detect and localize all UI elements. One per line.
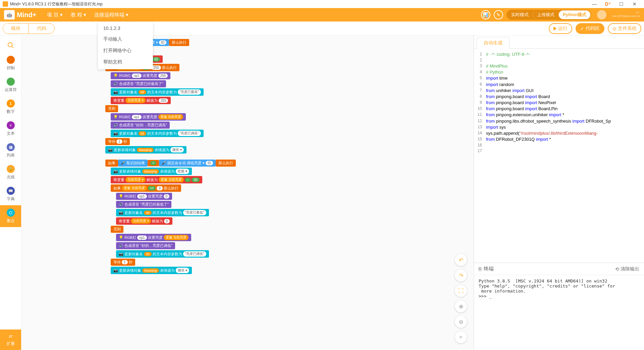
category-字典[interactable]: 📖字典 xyxy=(0,183,21,205)
logo-text: Mind+ xyxy=(17,11,36,19)
category-集合[interactable]: ⬡集合 xyxy=(0,205,21,227)
code-line: 4# Python xyxy=(474,69,644,75)
terminal-output[interactable]: Python 3.8.5 [MSC v.1924 64 bit AMD64)] … xyxy=(474,275,644,350)
menu-tutorial[interactable]: 教 程 ▾ xyxy=(67,12,90,18)
settings-icon[interactable] xyxy=(597,10,606,19)
svg-point-0 xyxy=(8,43,12,47)
dfrobot-icon[interactable]: D⁺ xyxy=(601,1,614,7)
main-menubar: 🤖 Mind+ 项 目 ▾ 教 程 ▾ 连接远程终端 ▾ 10.1.2.3 手动… xyxy=(0,8,644,21)
code-line: 7from unihiker import GUI xyxy=(474,88,644,94)
block-row[interactable]: 🔊 合成语音 "好的，亮度已调低" xyxy=(116,242,236,249)
zoom-in-button[interactable]: ⊕ xyxy=(455,300,467,312)
dropdown-manual[interactable]: 手动输入 xyxy=(98,34,153,45)
extension-button[interactable]: ⇄ 扩展 xyxy=(0,330,21,350)
block-row[interactable]: 如果🎤 取识别结果=🎤 固定命令词 调低亮度 ▾ ID那么执行 xyxy=(105,160,236,167)
code-area-button[interactable]: ✓代码区 xyxy=(576,23,604,34)
window-title: Mind+ V1.8.0 RC3.1 行空板教程—智能语音灯光.mp xyxy=(10,1,103,7)
mode-python[interactable]: Python模式 xyxy=(559,10,590,19)
terminal-icon: ⎘ xyxy=(479,266,482,272)
block-row[interactable]: 📷 更新表情对象 biaoqing 表情源为 微笑 ▾ xyxy=(105,146,236,154)
tab-row: 模块 代码 运行 ✓代码区 ◎文件系统 xyxy=(0,21,644,36)
dropdown-network[interactable]: 打开网络中心 xyxy=(98,45,153,56)
maximize-button[interactable]: ☐ xyxy=(614,1,628,7)
search-button[interactable] xyxy=(0,38,21,52)
view-tabs: 模块 代码 xyxy=(3,23,55,34)
file-system-button[interactable]: ◎文件系统 xyxy=(608,23,641,34)
block-row[interactable]: 将变量 当前亮度 ▾ 赋值为 0 xyxy=(116,217,236,225)
code-line: 13import sys xyxy=(474,124,644,130)
center-button[interactable]: = xyxy=(455,331,467,343)
block-row[interactable]: 否则 xyxy=(111,226,236,233)
logo-icon: 🤖 xyxy=(4,10,15,19)
chart-icon[interactable]: 📊 xyxy=(481,10,490,19)
crop-button[interactable]: ⛶ xyxy=(455,285,467,297)
terminal-title: ⎘ 终端 xyxy=(479,266,494,272)
block-row[interactable]: 📷 更新表情对象 biaoqing 表情源为 微笑 ▾ xyxy=(111,267,236,274)
zoom-out-button[interactable]: ⊖ xyxy=(455,316,467,328)
redo-button[interactable]: ↷ xyxy=(455,269,467,281)
category-运算符[interactable]: 运算符 xyxy=(0,74,21,96)
block-row[interactable]: 将变量 当前亮度 ▾ 赋值为 变量 当前亮度 − 50 xyxy=(111,176,236,183)
code-line: 5import time xyxy=(474,75,644,81)
dropdown-ip[interactable]: 10.1.2.3 xyxy=(98,23,153,34)
canvas-controls: ↶ ↷ ⛶ ⊕ ⊖ = xyxy=(455,254,467,343)
dfrobot-logo: D⁺mc.DFRobot.com.cn xyxy=(612,11,640,18)
blocks-container: 如果固定命令词 调高亮度 ▾ ID那么执行📷 ... 表情源为 眨眼 ▾将变量 … xyxy=(105,39,236,275)
mode-realtime[interactable]: 实时模式 xyxy=(507,10,533,19)
undo-button[interactable]: ↶ xyxy=(455,254,467,266)
code-tab-auto[interactable]: 自动生成 xyxy=(477,37,509,49)
block-row[interactable]: 💡 RGB灯 np1 设置亮度 0 xyxy=(116,193,236,200)
category-列表[interactable]: ▤列表 xyxy=(0,140,21,162)
code-line: 15from DFRobot_DF2301Q import * xyxy=(474,136,644,142)
block-row[interactable]: 将变量 当前亮度 ▾ 赋值为 255 xyxy=(111,97,236,104)
block-row[interactable]: 📷 更新表情对象 biaoqing 表情源为 眨眼 ▾ xyxy=(111,168,236,175)
block-row[interactable]: 否则 xyxy=(105,105,236,112)
block-row[interactable]: 💡 RGB灯 np1 设置亮度 255 xyxy=(111,72,236,79)
block-canvas[interactable]: 如果固定命令词 调高亮度 ▾ ID那么执行📷 ... 表情源为 眨眼 ▾将变量 … xyxy=(21,36,474,350)
right-panel: 自动生成 1# -*- coding: UTF-8 -*-23# MindPlu… xyxy=(474,36,644,350)
code-line: 8from pinpong.board import Board xyxy=(474,94,644,100)
close-button[interactable]: ✕ xyxy=(628,1,641,7)
code-line: 11from pinpong.extension.unihiker import… xyxy=(474,112,644,118)
tab-blocks[interactable]: 模块 xyxy=(3,24,29,34)
category-控制[interactable]: 控制 xyxy=(0,52,21,74)
block-row[interactable]: 等待 1 秒 xyxy=(111,259,236,266)
clear-output-button[interactable]: ⟲ 清除输出 xyxy=(615,266,639,272)
play-icon xyxy=(553,27,557,31)
category-元组[interactable]: 🔒元组 xyxy=(0,162,21,183)
block-row[interactable]: 🔊 合成语音 "好的，亮度已调高" xyxy=(111,122,236,129)
block-row[interactable]: 🔊 合成语音 "亮度已经最高了" xyxy=(111,80,236,87)
window-titlebar: Mind+ V1.8.0 RC3.1 行空板教程—智能语音灯光.mp — D⁺ … xyxy=(0,0,644,8)
code-line: 14sys.path.append("/root/mindplus/.lib/t… xyxy=(474,130,644,136)
code-line: 17 xyxy=(474,148,644,154)
category-数字[interactable]: 1数字 xyxy=(0,96,21,118)
code-editor[interactable]: 1# -*- coding: UTF-8 -*-23# MindPlus4# P… xyxy=(474,49,644,263)
block-row[interactable]: 🔊 合成语音 "亮度已经最低了" xyxy=(116,201,236,208)
block-row[interactable]: 等待 1 秒 xyxy=(105,138,236,145)
block-row[interactable]: 如果 变量 当前亮度 <= 0 那么执行 xyxy=(111,184,236,192)
code-line: 3# MindPlus xyxy=(474,63,644,69)
main-content: 控制运算符1数字≡文本▤列表🔒元组📖字典⬡集合 ⇄ 扩展 如果固定命令词 调高亮… xyxy=(0,36,644,350)
code-line: 2 xyxy=(474,57,644,63)
dropdown-help[interactable]: 帮助文档 xyxy=(98,56,153,68)
block-row[interactable]: 📷 更新对象名 txt 的文本内容参数为 "亮度已调高" xyxy=(111,130,236,137)
block-row[interactable]: 📷 更新对象名 txt 的文本内容参数为 "亮度已调低" xyxy=(116,250,236,258)
remote-dropdown: 10.1.2.3 手动输入 打开网络中心 帮助文档 xyxy=(98,21,153,69)
block-row[interactable]: 📷 更新对象名 txt 的文本内容参数为 "亮度已最高" xyxy=(111,88,236,96)
code-line: 12from pinpong.libs.dfrobot_speech_synth… xyxy=(474,118,644,124)
menu-remote[interactable]: 连接远程终端 ▾ xyxy=(90,12,132,18)
menu-project[interactable]: 项 目 ▾ xyxy=(43,12,66,18)
mode-switcher: 实时模式 上传模式 Python模式 xyxy=(506,10,591,20)
run-button[interactable]: 运行 xyxy=(549,23,572,34)
edit-icon[interactable]: ✎ xyxy=(494,10,503,19)
block-row[interactable]: 💡 RGB灯 np1 设置亮度 变量 当前亮度 xyxy=(111,113,236,121)
svg-line-1 xyxy=(11,46,13,48)
code-line: 10from pinpong.board import Board,Pin xyxy=(474,106,644,112)
block-row[interactable]: 📷 更新对象名 txt 的文本内容参数为 "亮度已最低" xyxy=(116,209,236,216)
minimize-button[interactable]: — xyxy=(588,1,601,7)
block-row[interactable]: 💡 RGB灯 np1 设置亮度 变量 当前亮度 xyxy=(116,234,236,241)
mode-upload[interactable]: 上传模式 xyxy=(533,10,559,19)
category-文本[interactable]: ≡文本 xyxy=(0,118,21,140)
code-line: 1# -*- coding: UTF-8 -*- xyxy=(474,51,644,57)
tab-code[interactable]: 代码 xyxy=(29,24,54,34)
